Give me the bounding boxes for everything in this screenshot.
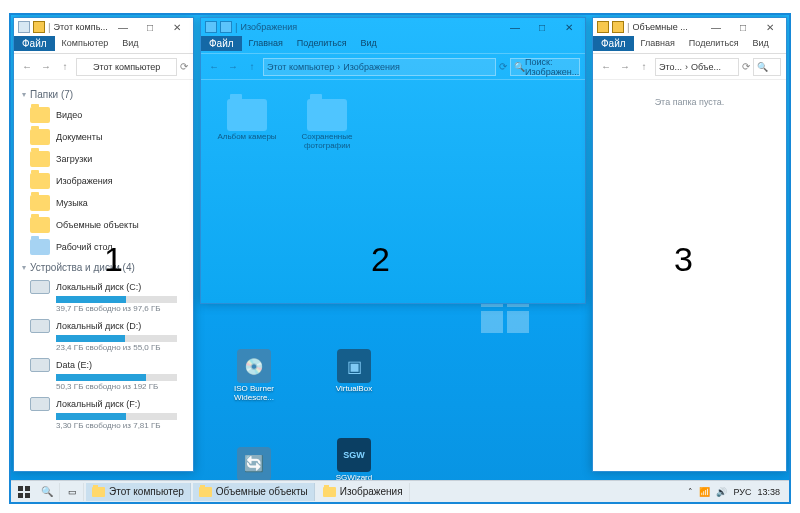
up-button[interactable]: ↑ <box>57 59 73 75</box>
maximize-button[interactable]: □ <box>731 19 755 35</box>
drive-icon <box>30 397 50 411</box>
volume-icon[interactable]: 🔊 <box>716 487 727 497</box>
forward-button[interactable]: → <box>225 59 241 75</box>
folder-item[interactable]: Музыка <box>20 192 187 214</box>
file-tab[interactable]: Файл <box>14 36 55 51</box>
content-pane[interactable]: Альбом камеры Сохраненные фотографии <box>201 80 585 303</box>
chevron-right-icon: › <box>337 62 340 72</box>
minimize-button[interactable]: — <box>111 19 135 35</box>
desktop-item[interactable]: 💿 ISO Burner Widescre... <box>224 349 284 403</box>
taskbar-item[interactable]: Изображения <box>317 483 410 501</box>
drive-item[interactable]: Локальный диск (C:)39,7 ГБ свободно из 9… <box>20 277 187 316</box>
search-icon: 🔍 <box>41 486 53 497</box>
folder-item[interactable]: Изображения <box>20 170 187 192</box>
search-button[interactable]: 🔍 <box>35 483 60 501</box>
taskbar-item[interactable]: Объемные объекты <box>193 483 315 501</box>
app-icon: ▣ <box>337 349 371 383</box>
up-button[interactable]: ↑ <box>636 59 652 75</box>
ribbon: Файл Главная Поделиться Вид <box>201 36 585 54</box>
folder-icon <box>323 487 336 497</box>
breadcrumb[interactable]: Этот компьютер <box>93 62 160 72</box>
ribbon-tab[interactable]: Компьютер <box>55 36 116 50</box>
folder-icon <box>597 21 609 33</box>
folder-icon <box>30 173 50 189</box>
ribbon-tab[interactable]: Вид <box>354 36 384 50</box>
drive-item[interactable]: Data (E:)50,3 ГБ свободно из 192 ГБ <box>20 355 187 394</box>
start-button[interactable] <box>15 484 33 500</box>
tray-chevron-icon[interactable]: ˄ <box>688 487 693 497</box>
folder-label: Загрузки <box>56 154 92 164</box>
folder-item[interactable]: Объемные объекты <box>20 214 187 236</box>
forward-button[interactable]: → <box>38 59 54 75</box>
forward-button[interactable]: → <box>617 59 633 75</box>
breadcrumb[interactable]: Объе... <box>691 62 721 72</box>
folder-item[interactable]: Альбом камеры <box>217 99 277 151</box>
back-button[interactable]: ← <box>19 59 35 75</box>
taskbar-item[interactable]: Этот компьютер <box>86 483 191 501</box>
ribbon-tab[interactable]: Главная <box>634 36 682 50</box>
drive-label: Локальный диск (F:) <box>56 399 140 409</box>
folder-item[interactable]: Загрузки <box>20 148 187 170</box>
file-tab[interactable]: Файл <box>201 36 242 51</box>
desktop-item[interactable]: ▣ VirtualBox <box>324 349 384 394</box>
maximize-button[interactable]: □ <box>530 19 554 35</box>
refresh-icon[interactable]: ⟳ <box>499 61 507 72</box>
annotation-number: 3 <box>674 240 693 279</box>
ribbon-tab[interactable]: Вид <box>746 36 776 50</box>
folder-item[interactable]: Видео <box>20 104 187 126</box>
up-button[interactable]: ↑ <box>244 59 260 75</box>
back-button[interactable]: ← <box>598 59 614 75</box>
breadcrumb[interactable]: Это... <box>659 62 682 72</box>
search-input[interactable]: 🔍 <box>753 58 781 76</box>
titlebar[interactable]: | Изображения — □ ✕ <box>201 18 585 36</box>
folder-item[interactable]: Сохраненные фотографии <box>297 99 357 151</box>
qat-separator: | <box>627 22 630 33</box>
drive-label: Data (E:) <box>56 360 92 370</box>
ribbon-tab[interactable]: Поделиться <box>290 36 354 50</box>
svg-rect-1 <box>25 486 30 491</box>
language-indicator[interactable]: РУС <box>733 487 751 497</box>
titlebar[interactable]: | Объемные ... — □ ✕ <box>593 18 786 36</box>
close-button[interactable]: ✕ <box>165 19 189 35</box>
minimize-button[interactable]: — <box>503 19 527 35</box>
folder-icon <box>33 21 45 33</box>
folder-icon <box>199 487 212 497</box>
address-bar[interactable]: Этот компьютер <box>76 58 177 76</box>
drive-label: Локальный диск (C:) <box>56 282 141 292</box>
drive-item[interactable]: Локальный диск (D:)23,4 ГБ свободно из 5… <box>20 316 187 355</box>
network-icon[interactable]: 📶 <box>699 487 710 497</box>
search-icon: 🔍 <box>514 62 525 72</box>
breadcrumb[interactable]: Этот компьютер <box>267 62 334 72</box>
svg-rect-0 <box>18 486 23 491</box>
address-bar[interactable]: Этот компьютер › Изображения <box>263 58 496 76</box>
back-button[interactable]: ← <box>206 59 222 75</box>
clock[interactable]: 13:38 <box>757 487 780 497</box>
refresh-icon[interactable]: ⟳ <box>742 61 750 72</box>
folder-icon <box>30 151 50 167</box>
address-bar[interactable]: Это... › Объе... <box>655 58 739 76</box>
task-view-button[interactable]: ▭ <box>62 483 84 501</box>
breadcrumb[interactable]: Изображения <box>343 62 400 72</box>
drive-item[interactable]: Локальный диск (F:)3,30 ГБ свободно из 7… <box>20 394 187 433</box>
maximize-button[interactable]: □ <box>138 19 162 35</box>
refresh-icon[interactable]: ⟳ <box>180 61 188 72</box>
minimize-button[interactable]: — <box>704 19 728 35</box>
taskbar[interactable]: 🔍 ▭ Этот компьютер Объемные объекты Изоб… <box>11 480 789 502</box>
close-button[interactable]: ✕ <box>758 19 782 35</box>
window-title: Изображения <box>241 22 500 32</box>
system-tray[interactable]: ˄ 📶 🔊 РУС 13:38 <box>688 487 785 497</box>
usage-bar <box>56 296 177 303</box>
titlebar[interactable]: | Этот компь... — □ ✕ <box>14 18 193 36</box>
ribbon-tab[interactable]: Вид <box>115 36 145 50</box>
folder-item[interactable]: Документы <box>20 126 187 148</box>
usage-bar <box>56 413 177 420</box>
explorer-window-images[interactable]: | Изображения — □ ✕ Файл Главная Поделит… <box>200 17 586 304</box>
screen-frame: 📄 Правила - Блокнот 💿 ISO Burner Widescr… <box>9 13 791 504</box>
ribbon-tab[interactable]: Поделиться <box>682 36 746 50</box>
close-button[interactable]: ✕ <box>557 19 581 35</box>
drive-icon <box>30 319 50 333</box>
search-input[interactable]: 🔍 Поиск: Изображен... <box>510 58 580 76</box>
file-tab[interactable]: Файл <box>593 36 634 51</box>
ribbon-tab[interactable]: Главная <box>242 36 290 50</box>
group-header[interactable]: Папки (7) <box>20 85 187 104</box>
